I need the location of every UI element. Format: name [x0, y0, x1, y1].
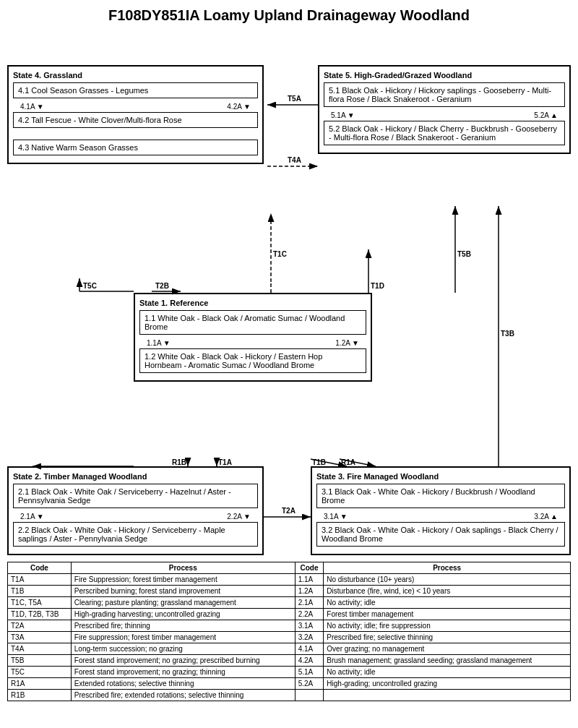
legend-row: T3AFire suppression; forest timber manag…	[8, 632, 571, 643]
state2-box: State 2. Timber Managed Woodland 2.1 Bla…	[7, 466, 264, 555]
community-4-3: 4.3 Native Warm Season Grasses	[13, 140, 258, 155]
pathway-5-row1: 5.1A ▼ 5.2A ▲	[324, 110, 565, 121]
t5b-label: T5B	[457, 250, 471, 258]
community-1-2: 1.2 White Oak - Black Oak - Hickory / Ea…	[139, 348, 366, 373]
legend-cell-1: Extended rotations; selective thinning	[71, 678, 295, 690]
legend-col3-header: Code	[295, 562, 324, 574]
legend-row: R1BPrescribed fire; extended rotations; …	[8, 690, 571, 701]
legend-body: T1AFire Suppression; forest timber manag…	[8, 574, 571, 701]
pathway-1-row1: 1.1A ▼ 1.2A ▼	[139, 338, 366, 348]
state5-box: State 5. High-Graded/Grazed Woodland 5.1…	[318, 65, 571, 154]
legend-cell-2: 5.2A	[295, 678, 324, 690]
legend-cell-0: R1A	[8, 678, 72, 690]
legend-cell-2: 3.1A	[295, 620, 324, 632]
legend-row: T1D, T2B, T3BHigh-grading harvesting; un…	[8, 609, 571, 620]
pathway-2-1A: 2.1A ▼	[20, 513, 44, 521]
legend-cell-3: High-grading; uncontrolled grazing	[324, 678, 571, 690]
t5a-label: T5A	[288, 95, 301, 103]
legend-cell-0: T5B	[8, 655, 72, 667]
legend-cell-3: Disturbance (fire, wind, ice) < 10 years	[324, 586, 571, 597]
legend-col2-header: Process	[71, 562, 295, 574]
pathway-4-1A: 4.1A ▼	[20, 103, 44, 111]
community-2-2: 2.2 Black Oak - White Oak - Hickory / Se…	[13, 522, 258, 547]
legend-cell-2: 5.1A	[295, 667, 324, 678]
legend-row: T5CForest stand improvement; no grazing;…	[8, 667, 571, 678]
legend-row: T1AFire Suppression; forest timber manag…	[8, 574, 571, 586]
legend-cell-3: No activity; idle	[324, 667, 571, 678]
legend-col4-header: Process	[324, 562, 571, 574]
legend-cell-2: 2.2A	[295, 609, 324, 620]
legend-row: T1C, T5AClearing; pasture planting; gras…	[8, 597, 571, 609]
t4a-label: T4A	[288, 156, 301, 164]
legend-cell-2: 4.1A	[295, 643, 324, 655]
legend-row: T5BForest stand improvement; no grazing;…	[8, 655, 571, 667]
legend-cell-1: Fire Suppression; forest timber manageme…	[71, 574, 295, 586]
pathway-2-row1: 2.1A ▼ 2.2A ▼	[13, 511, 258, 522]
legend-cell-0: T1D, T2B, T3B	[8, 609, 72, 620]
pathway-3-2A: 3.2A ▲	[534, 513, 558, 521]
legend-cell-1: Perscribed burning; forest stand improve…	[71, 586, 295, 597]
legend-table: Code Process Code Process T1AFire Suppre…	[7, 562, 571, 701]
legend-cell-3: Prescribed fire; selective thinning	[324, 632, 571, 643]
legend-cell-3: Over grazing; no management	[324, 643, 571, 655]
legend-cell-2: 1.2A	[295, 586, 324, 597]
legend-cell-2: 1.1A	[295, 574, 324, 586]
legend-cell-2: 2.1A	[295, 597, 324, 609]
r1a-label: R1A	[341, 458, 355, 466]
legend-row: T1BPerscribed burning; forest stand impr…	[8, 586, 571, 597]
legend-cell-0: T4A	[8, 643, 72, 655]
legend-cell-1: High-grading harvesting; uncontrolled gr…	[71, 609, 295, 620]
state1-label: State 1. Reference	[139, 299, 366, 307]
t3b-label: T3B	[501, 330, 514, 338]
legend-cell-0: R1B	[8, 690, 72, 701]
state3-label: State 3. Fire Managed Woodland	[316, 472, 565, 481]
legend-cell-0: T1A	[8, 574, 72, 586]
t1c-label: T1C	[273, 250, 287, 258]
community-4-1: 4.1 Cool Season Grasses - Legumes	[13, 82, 258, 98]
diagram: State 4. Grassland 4.1 Cool Season Grass…	[7, 33, 571, 553]
pathway-3-1A: 3.1A ▼	[324, 513, 348, 521]
community-4-2: 4.2 Tall Fescue - White Clover/Multi-flo…	[13, 112, 258, 128]
legend-cell-1: Prescribed fire; extended rotations; sel…	[71, 690, 295, 701]
state2-label: State 2. Timber Managed Woodland	[13, 472, 258, 481]
legend-cell-1: Long-term succession; no grazing	[71, 643, 295, 655]
t2a-label: T2A	[282, 507, 296, 515]
svg-line-17	[311, 459, 347, 466]
t2b-label: T2B	[155, 282, 169, 290]
pathway-1-2A: 1.2A ▼	[335, 339, 359, 347]
state3-box: State 3. Fire Managed Woodland 3.1 Black…	[311, 466, 571, 555]
legend-cell-1: Forest stand improvement; no grazing; th…	[71, 667, 295, 678]
legend-cell-0: T5C	[8, 667, 72, 678]
community-5-1: 5.1 Black Oak - Hickory / Hickory saplin…	[324, 82, 565, 107]
pathway-3-row1: 3.1A ▼ 3.2A ▲	[316, 511, 565, 522]
legend-cell-3: Forest timber management	[324, 609, 571, 620]
state1-box: State 1. Reference 1.1 White Oak - Black…	[134, 293, 372, 382]
legend-cell-3: No activity; idle	[324, 597, 571, 609]
community-3-1: 3.1 Black Oak - White Oak - Hickory / Bu…	[316, 484, 565, 508]
legend-col1-header: Code	[8, 562, 72, 574]
legend-cell-3: No activity; idle; fire suppression	[324, 620, 571, 632]
t5c-label: T5C	[83, 282, 97, 290]
pathway-4-2A: 4.2A ▼	[227, 103, 251, 111]
legend-cell-1: Prescribed fire; thinning	[71, 620, 295, 632]
legend-cell-3: Brush management; grassland seeding; gra…	[324, 655, 571, 667]
legend-row: T4ALong-term succession; no grazing4.1AO…	[8, 643, 571, 655]
page-title: F108DY851IA Loamy Upland Drainageway Woo…	[7, 7, 571, 24]
legend-row: R1AExtended rotations; selective thinnin…	[8, 678, 571, 690]
pathway-2-2A: 2.2A ▼	[227, 513, 251, 521]
state4-box: State 4. Grassland 4.1 Cool Season Grass…	[7, 65, 264, 164]
t1a-label: T1A	[218, 458, 232, 466]
pathway-1-1A: 1.1A ▼	[147, 339, 171, 347]
legend-cell-3	[324, 690, 571, 701]
legend-row: T2APrescribed fire; thinning3.1ANo activ…	[8, 620, 571, 632]
legend-cell-1: Clearing; pasture planting; grassland ma…	[71, 597, 295, 609]
t1b-label: T1B	[312, 458, 326, 466]
svg-line-18	[340, 459, 376, 466]
pathway-4-row1: 4.1A ▼ 4.2A ▼	[13, 101, 258, 112]
community-1-1: 1.1 White Oak - Black Oak / Aromatic Sum…	[139, 310, 366, 335]
legend-cell-1: Forest stand improvement; no grazing; pr…	[71, 655, 295, 667]
community-2-1: 2.1 Black Oak - White Oak / Serviceberry…	[13, 484, 258, 508]
community-3-2: 3.2 Black Oak - White Oak - Hickory / Oa…	[316, 522, 565, 547]
legend-cell-1: Fire suppression; forest timber manageme…	[71, 632, 295, 643]
pathway-5-2A: 5.2A ▲	[534, 111, 558, 119]
